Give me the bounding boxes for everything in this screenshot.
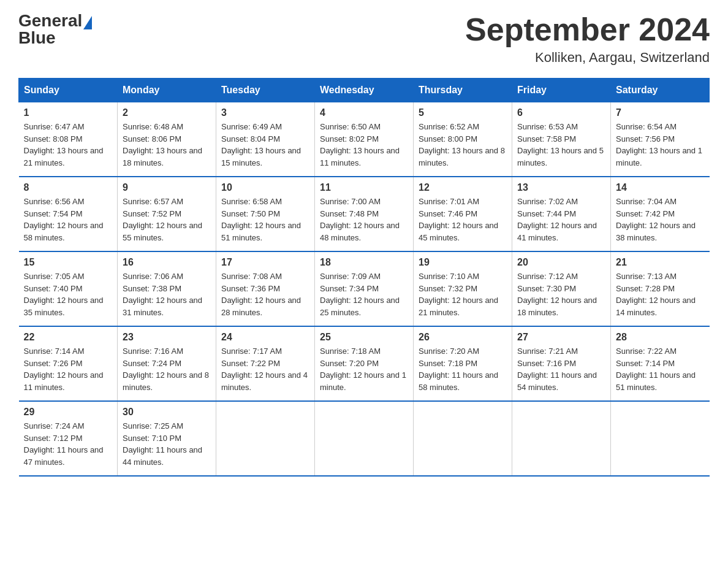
day-info: Sunrise: 7:04 AM Sunset: 7:42 PM Dayligh…: [616, 196, 705, 243]
calendar-day-cell: 20 Sunrise: 7:12 AM Sunset: 7:30 PM Dayl…: [512, 251, 611, 326]
calendar-day-cell: 8 Sunrise: 6:56 AM Sunset: 7:54 PM Dayli…: [19, 177, 118, 251]
day-info: Sunrise: 7:24 AM Sunset: 7:12 PM Dayligh…: [24, 420, 113, 468]
calendar-week-row: 1 Sunrise: 6:47 AM Sunset: 8:08 PM Dayli…: [19, 102, 710, 177]
calendar-day-cell: [216, 401, 315, 476]
day-info: Sunrise: 7:12 AM Sunset: 7:30 PM Dayligh…: [517, 270, 605, 318]
logo-general-text: General: [18, 12, 82, 29]
day-number: 13: [517, 182, 605, 193]
day-info: Sunrise: 7:01 AM Sunset: 7:46 PM Dayligh…: [419, 196, 507, 243]
calendar-day-cell: 6 Sunrise: 6:53 AM Sunset: 7:58 PM Dayli…: [512, 102, 611, 177]
calendar-day-cell: 27 Sunrise: 7:21 AM Sunset: 7:16 PM Dayl…: [512, 326, 611, 401]
day-info: Sunrise: 7:02 AM Sunset: 7:44 PM Dayligh…: [517, 196, 605, 243]
day-number: 3: [221, 107, 309, 118]
day-number: 16: [123, 257, 211, 268]
title-section: September 2024 Kolliken, Aargau, Switzer…: [465, 12, 710, 66]
day-number: 2: [123, 107, 211, 118]
day-info: Sunrise: 7:06 AM Sunset: 7:38 PM Dayligh…: [123, 270, 211, 318]
day-info: Sunrise: 7:20 AM Sunset: 7:18 PM Dayligh…: [419, 345, 507, 393]
day-info: Sunrise: 6:58 AM Sunset: 7:50 PM Dayligh…: [221, 196, 309, 243]
day-number: 5: [419, 107, 507, 118]
day-number: 4: [320, 107, 408, 118]
calendar-header-row: Sunday Monday Tuesday Wednesday Thursday…: [19, 79, 710, 102]
day-info: Sunrise: 7:18 AM Sunset: 7:20 PM Dayligh…: [320, 345, 408, 393]
day-info: Sunrise: 7:16 AM Sunset: 7:24 PM Dayligh…: [123, 345, 211, 393]
day-info: Sunrise: 6:49 AM Sunset: 8:04 PM Dayligh…: [221, 121, 309, 169]
calendar-day-cell: 9 Sunrise: 6:57 AM Sunset: 7:52 PM Dayli…: [118, 177, 216, 251]
day-number: 9: [123, 182, 211, 193]
day-info: Sunrise: 7:05 AM Sunset: 7:40 PM Dayligh…: [24, 270, 113, 318]
calendar-day-cell: [611, 401, 710, 476]
calendar-day-cell: 29 Sunrise: 7:24 AM Sunset: 7:12 PM Dayl…: [19, 401, 118, 476]
calendar-day-cell: 23 Sunrise: 7:16 AM Sunset: 7:24 PM Dayl…: [118, 326, 216, 401]
header-thursday: Thursday: [414, 79, 512, 102]
calendar-week-row: 22 Sunrise: 7:14 AM Sunset: 7:26 PM Dayl…: [19, 326, 710, 401]
day-number: 29: [24, 407, 113, 418]
day-info: Sunrise: 7:09 AM Sunset: 7:34 PM Dayligh…: [320, 270, 408, 318]
logo-blue-text: Blue: [18, 29, 56, 47]
calendar-day-cell: 5 Sunrise: 6:52 AM Sunset: 8:00 PM Dayli…: [414, 102, 512, 177]
calendar-week-row: 29 Sunrise: 7:24 AM Sunset: 7:12 PM Dayl…: [19, 401, 710, 476]
calendar-day-cell: [512, 401, 611, 476]
day-number: 20: [517, 257, 605, 268]
calendar-day-cell: 10 Sunrise: 6:58 AM Sunset: 7:50 PM Dayl…: [216, 177, 315, 251]
day-info: Sunrise: 6:48 AM Sunset: 8:06 PM Dayligh…: [123, 121, 211, 169]
calendar-day-cell: 22 Sunrise: 7:14 AM Sunset: 7:26 PM Dayl…: [19, 326, 118, 401]
day-info: Sunrise: 6:53 AM Sunset: 7:58 PM Dayligh…: [517, 121, 605, 169]
day-info: Sunrise: 7:25 AM Sunset: 7:10 PM Dayligh…: [123, 420, 211, 468]
day-info: Sunrise: 6:57 AM Sunset: 7:52 PM Dayligh…: [123, 196, 211, 243]
calendar-day-cell: 11 Sunrise: 7:00 AM Sunset: 7:48 PM Dayl…: [315, 177, 414, 251]
header-friday: Friday: [512, 79, 611, 102]
calendar-day-cell: 17 Sunrise: 7:08 AM Sunset: 7:36 PM Dayl…: [216, 251, 315, 326]
header-monday: Monday: [118, 79, 216, 102]
header-wednesday: Wednesday: [315, 79, 414, 102]
day-number: 18: [320, 257, 408, 268]
day-number: 8: [24, 182, 113, 193]
calendar-day-cell: 21 Sunrise: 7:13 AM Sunset: 7:28 PM Dayl…: [611, 251, 710, 326]
day-number: 7: [616, 107, 705, 118]
day-info: Sunrise: 6:52 AM Sunset: 8:00 PM Dayligh…: [419, 121, 507, 169]
calendar-day-cell: 3 Sunrise: 6:49 AM Sunset: 8:04 PM Dayli…: [216, 102, 315, 177]
day-info: Sunrise: 7:17 AM Sunset: 7:22 PM Dayligh…: [221, 345, 309, 393]
calendar-day-cell: 19 Sunrise: 7:10 AM Sunset: 7:32 PM Dayl…: [414, 251, 512, 326]
calendar-day-cell: [315, 401, 414, 476]
day-info: Sunrise: 6:56 AM Sunset: 7:54 PM Dayligh…: [24, 196, 113, 243]
calendar-day-cell: 24 Sunrise: 7:17 AM Sunset: 7:22 PM Dayl…: [216, 326, 315, 401]
calendar-day-cell: 13 Sunrise: 7:02 AM Sunset: 7:44 PM Dayl…: [512, 177, 611, 251]
day-number: 27: [517, 332, 605, 343]
day-number: 28: [616, 332, 705, 343]
header-saturday: Saturday: [611, 79, 710, 102]
calendar-day-cell: 15 Sunrise: 7:05 AM Sunset: 7:40 PM Dayl…: [19, 251, 118, 326]
header-sunday: Sunday: [19, 79, 118, 102]
day-number: 1: [24, 107, 113, 118]
calendar-day-cell: 14 Sunrise: 7:04 AM Sunset: 7:42 PM Dayl…: [611, 177, 710, 251]
calendar-day-cell: 12 Sunrise: 7:01 AM Sunset: 7:46 PM Dayl…: [414, 177, 512, 251]
calendar-day-cell: 7 Sunrise: 6:54 AM Sunset: 7:56 PM Dayli…: [611, 102, 710, 177]
day-info: Sunrise: 7:21 AM Sunset: 7:16 PM Dayligh…: [517, 345, 605, 393]
logo: General Blue: [18, 12, 92, 47]
day-number: 26: [419, 332, 507, 343]
calendar-title: September 2024: [465, 12, 710, 47]
day-number: 23: [123, 332, 211, 343]
calendar-subtitle: Kolliken, Aargau, Switzerland: [465, 50, 710, 66]
day-info: Sunrise: 6:54 AM Sunset: 7:56 PM Dayligh…: [616, 121, 705, 169]
day-number: 19: [419, 257, 507, 268]
day-info: Sunrise: 7:10 AM Sunset: 7:32 PM Dayligh…: [419, 270, 507, 318]
day-number: 24: [221, 332, 309, 343]
calendar-day-cell: 30 Sunrise: 7:25 AM Sunset: 7:10 PM Dayl…: [118, 401, 216, 476]
day-info: Sunrise: 6:47 AM Sunset: 8:08 PM Dayligh…: [24, 121, 113, 169]
day-info: Sunrise: 7:08 AM Sunset: 7:36 PM Dayligh…: [221, 270, 309, 318]
day-number: 17: [221, 257, 309, 268]
day-number: 12: [419, 182, 507, 193]
day-info: Sunrise: 7:14 AM Sunset: 7:26 PM Dayligh…: [24, 345, 113, 393]
calendar-week-row: 8 Sunrise: 6:56 AM Sunset: 7:54 PM Dayli…: [19, 177, 710, 251]
header-tuesday: Tuesday: [216, 79, 315, 102]
day-info: Sunrise: 7:00 AM Sunset: 7:48 PM Dayligh…: [320, 196, 408, 243]
day-info: Sunrise: 6:50 AM Sunset: 8:02 PM Dayligh…: [320, 121, 408, 169]
day-number: 6: [517, 107, 605, 118]
logo-triangle-icon: [83, 16, 92, 29]
calendar-day-cell: 2 Sunrise: 6:48 AM Sunset: 8:06 PM Dayli…: [118, 102, 216, 177]
day-number: 21: [616, 257, 705, 268]
calendar-day-cell: 25 Sunrise: 7:18 AM Sunset: 7:20 PM Dayl…: [315, 326, 414, 401]
day-number: 15: [24, 257, 113, 268]
day-number: 10: [221, 182, 309, 193]
